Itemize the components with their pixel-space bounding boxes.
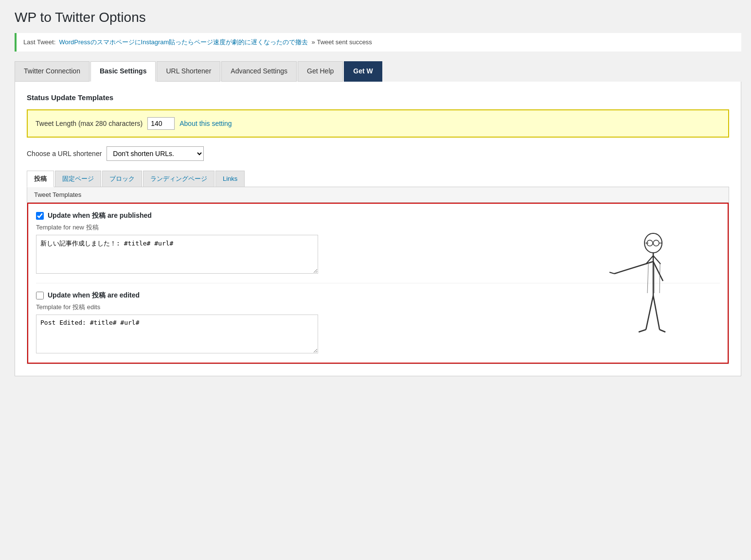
main-tabs: Twitter Connection Basic Settings URL Sh… (15, 61, 741, 82)
last-tweet-link[interactable]: WordPressのスマホページにInstagram貼ったらページ速度が劇的に遅… (59, 38, 308, 46)
publish-checkbox-row: Update when 投稿 are published (36, 211, 720, 220)
last-tweet-prefix: Last Tweet: (23, 38, 55, 46)
edit-template-textarea[interactable]: Post Edited: #title# #url# (36, 315, 318, 353)
sub-tabs: 投稿 固定ページ ブロック ランディングページ Links (27, 171, 729, 187)
tab-get-help[interactable]: Get Help (298, 61, 343, 82)
sub-tab-posts[interactable]: 投稿 (27, 171, 54, 187)
tab-advanced-settings[interactable]: Advanced Settings (221, 61, 297, 82)
edit-checkbox[interactable] (36, 292, 44, 299)
sub-tab-pages[interactable]: 固定ページ (55, 171, 101, 187)
edit-checkbox-label: Update when 投稿 are edited (48, 291, 140, 300)
template-divider (36, 283, 720, 283)
tweet-length-row: Tweet Length (max 280 characters) About … (27, 109, 729, 138)
publish-template-textarea[interactable]: 新しい記事作成しました！: #title# #url# (36, 235, 318, 274)
tweet-length-label: Tweet Length (max 280 characters) (36, 120, 143, 127)
about-setting-link[interactable]: About this setting (179, 120, 232, 127)
last-tweet-suffix: » Tweet sent success (312, 38, 372, 46)
url-shortener-label: Choose a URL shortener (27, 150, 102, 158)
edit-checkbox-row: Update when 投稿 are edited (36, 291, 720, 300)
section-title: Status Update Templates (27, 93, 729, 102)
tab-get-more[interactable]: Get W (344, 61, 382, 82)
page-title: WP to Twitter Options (15, 10, 741, 25)
tweet-length-input[interactable] (147, 117, 175, 130)
last-tweet-bar: Last Tweet: WordPressのスマホページにInstagram貼っ… (15, 33, 741, 52)
tab-url-shortener[interactable]: URL Shortener (157, 61, 220, 82)
red-section: Update when 投稿 are published Template fo… (27, 203, 729, 364)
publish-template-label: Template for new 投稿 (36, 223, 720, 232)
tab-content: Status Update Templates Tweet Length (ma… (15, 82, 741, 376)
tab-twitter-connection[interactable]: Twitter Connection (15, 61, 89, 82)
sub-tab-landing[interactable]: ランディングページ (143, 171, 215, 187)
url-shortener-select[interactable]: Don't shorten URLs. bit.ly goo.gl ow.ly … (107, 146, 204, 161)
edit-template-label: Template for 投稿 edits (36, 303, 720, 312)
tab-basic-settings[interactable]: Basic Settings (90, 61, 156, 82)
templates-box: Tweet Templates Update when 投稿 are publi… (27, 187, 729, 364)
publish-checkbox-label: Update when 投稿 are published (48, 211, 152, 220)
publish-checkbox[interactable] (36, 212, 44, 220)
sub-tab-blocks[interactable]: ブロック (102, 171, 142, 187)
templates-body: Update when 投稿 are published Template fo… (27, 203, 729, 364)
sub-tab-links[interactable]: Links (215, 171, 245, 187)
page-wrapper: WP to Twitter Options Last Tweet: WordPr… (0, 0, 751, 560)
templates-header: Tweet Templates (27, 187, 729, 203)
url-shortener-row: Choose a URL shortener Don't shorten URL… (27, 146, 729, 161)
